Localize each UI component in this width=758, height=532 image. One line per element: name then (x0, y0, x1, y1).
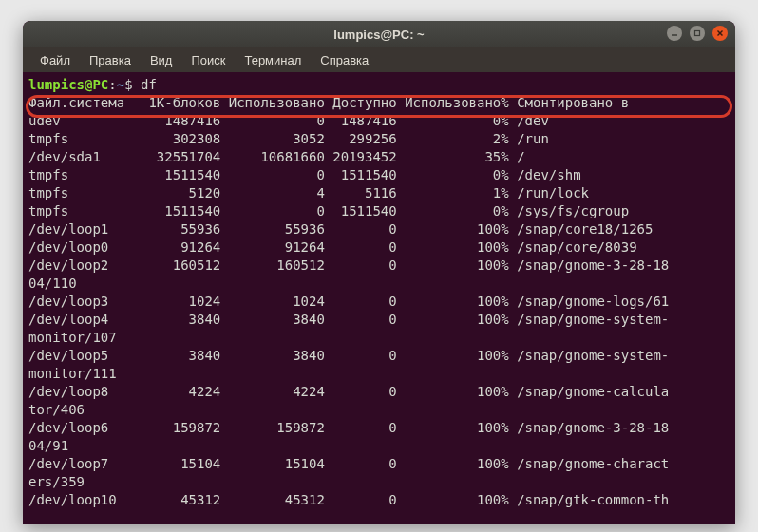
close-button[interactable] (712, 26, 728, 41)
menubar: Файл Правка Вид Поиск Терминал Справка (23, 48, 735, 72)
menu-help[interactable]: Справка (311, 50, 378, 70)
terminal-output[interactable]: lumpics@PC:~$ df Файл.система 1K-блоков … (23, 72, 735, 524)
menu-file[interactable]: Файл (30, 50, 80, 70)
minimize-button[interactable] (667, 26, 682, 41)
menu-edit[interactable]: Правка (80, 50, 141, 70)
menu-search[interactable]: Поиск (181, 50, 235, 70)
window-title: lumpics@PC: ~ (333, 28, 424, 42)
svg-rect-1 (695, 31, 700, 36)
menu-view[interactable]: Вид (141, 50, 182, 70)
maximize-button[interactable] (690, 26, 705, 41)
menu-terminal[interactable]: Терминал (235, 50, 311, 70)
terminal-window: lumpics@PC: ~ Файл Правка Вид Поиск Терм… (23, 21, 735, 524)
window-controls (667, 26, 728, 41)
titlebar[interactable]: lumpics@PC: ~ (23, 21, 735, 48)
